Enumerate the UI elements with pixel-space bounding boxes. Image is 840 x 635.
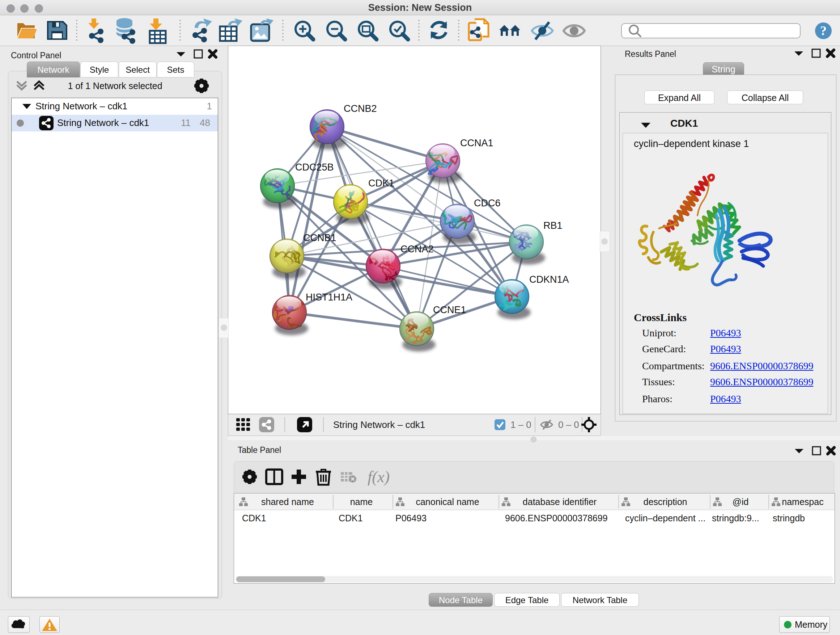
svg-text:namespac: namespac [782, 497, 823, 507]
svg-text:?: ? [820, 24, 827, 38]
svg-text:CDKN1A: CDKN1A [529, 274, 569, 285]
svg-text:0 – 0: 0 – 0 [558, 419, 579, 430]
svg-text:shared name: shared name [261, 497, 314, 507]
svg-text:CCNB2: CCNB2 [344, 103, 377, 114]
svg-text:CDC6: CDC6 [474, 198, 501, 209]
svg-text:name: name [350, 497, 373, 507]
svg-text:String Network – cdk1: String Network – cdk1 [333, 419, 425, 430]
svg-text:f(x): f(x) [368, 468, 390, 486]
svg-text:CCNA2: CCNA2 [401, 244, 434, 255]
svg-text:RB1: RB1 [543, 220, 562, 231]
svg-text:canonical name: canonical name [416, 497, 479, 507]
svg-text:description: description [644, 497, 687, 507]
svg-text:CDK1: CDK1 [368, 178, 394, 188]
svg-text:CCNA1: CCNA1 [460, 138, 493, 149]
svg-text:CCNB1: CCNB1 [303, 233, 336, 243]
svg-text:CCNE1: CCNE1 [433, 304, 466, 315]
svg-text:CDC25B: CDC25B [295, 162, 334, 173]
svg-text:database identifier: database identifier [523, 497, 597, 507]
svg-text:HIST1H1A: HIST1H1A [306, 292, 352, 302]
svg-text:@id: @id [733, 497, 749, 507]
svg-text:1 – 0: 1 – 0 [510, 419, 531, 430]
